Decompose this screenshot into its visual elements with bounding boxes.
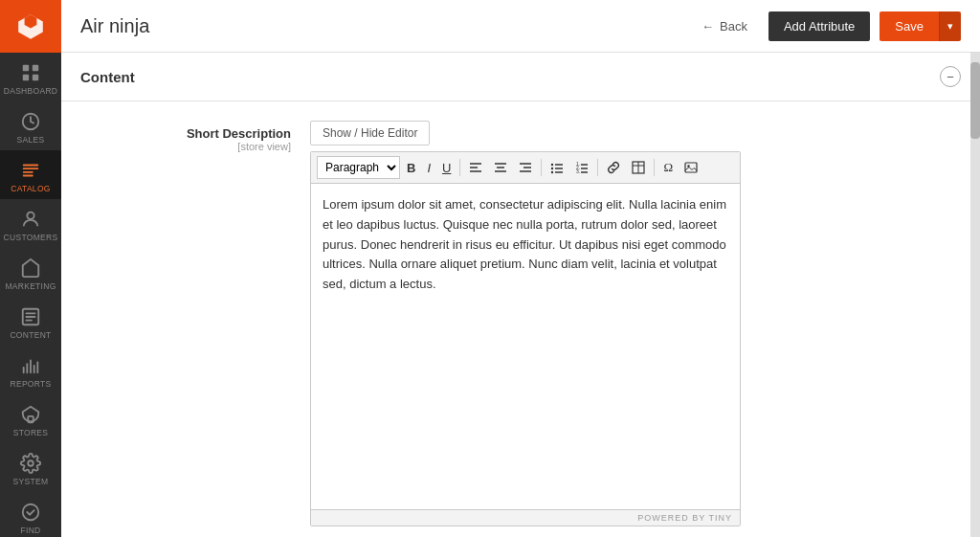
section-header: Content − xyxy=(61,53,980,101)
editor-toolbar: Paragraph B I U xyxy=(311,152,740,184)
sidebar-item-find-partners-label: FIND PARTNERS & EXTENSIONS xyxy=(3,526,58,537)
sidebar-item-customers[interactable]: CUSTOMERS xyxy=(0,199,61,248)
add-attribute-button[interactable]: Add Attribute xyxy=(768,11,870,41)
sidebar-item-dashboard-label: DASHBOARD xyxy=(4,86,58,96)
special-char-button[interactable]: Ω xyxy=(658,156,678,179)
sidebar-item-customers-label: CUSTOMERS xyxy=(4,233,58,242)
svg-point-9 xyxy=(23,504,39,521)
show-hide-editor-button[interactable]: Show / Hide Editor xyxy=(310,121,430,145)
scrollbar-thumb[interactable] xyxy=(970,62,980,139)
sidebar-item-sales[interactable]: SALES xyxy=(0,101,61,150)
sidebar-item-reports-label: REPORTS xyxy=(10,379,51,389)
field-label: Short Description xyxy=(138,126,291,141)
scrollbar-track[interactable] xyxy=(970,53,980,537)
field-sublabel: [store view] xyxy=(138,141,291,152)
sidebar-item-dashboard[interactable]: DASHBOARD xyxy=(0,53,61,101)
link-button[interactable] xyxy=(602,156,625,179)
sidebar-item-marketing[interactable]: MARKETING xyxy=(0,248,61,297)
sidebar-item-catalog[interactable]: CATALOG xyxy=(0,150,61,199)
svg-text:3.: 3. xyxy=(576,168,580,174)
sidebar: DASHBOARD SALES CATALOG CUSTOMERS MARKET… xyxy=(0,0,61,537)
align-right-button[interactable] xyxy=(514,156,537,179)
list-bullet-button[interactable] xyxy=(546,156,568,179)
toolbar-separator-2 xyxy=(541,159,542,176)
back-button[interactable]: ← Back xyxy=(690,13,759,39)
format-select[interactable]: Paragraph xyxy=(317,156,400,179)
page-title: Air ninja xyxy=(80,15,680,37)
save-button[interactable]: Save xyxy=(880,11,939,41)
content-area: Content − Short Description [store view]… xyxy=(61,53,980,537)
bold-button[interactable]: B xyxy=(402,156,420,179)
main-area: Air ninja ← Back Add Attribute Save ▾ Co… xyxy=(61,0,980,537)
list-number-button[interactable]: 1.2.3. xyxy=(570,156,593,179)
sidebar-item-catalog-label: CATALOG xyxy=(11,184,50,193)
toolbar-separator-1 xyxy=(459,159,460,176)
sidebar-item-content[interactable]: CONTENT xyxy=(0,297,61,346)
svg-point-19 xyxy=(551,164,553,166)
toolbar-separator-4 xyxy=(654,159,655,176)
short-description-field-row: Short Description [store view] Show / Hi… xyxy=(138,121,961,526)
table-button[interactable] xyxy=(627,156,650,179)
topbar: Air ninja ← Back Add Attribute Save ▾ xyxy=(61,0,980,53)
back-label: Back xyxy=(720,19,747,34)
svg-rect-0 xyxy=(23,65,29,71)
align-center-button[interactable] xyxy=(489,156,512,179)
sidebar-item-sales-label: SALES xyxy=(17,135,45,145)
section-title: Content xyxy=(80,69,135,85)
svg-rect-1 xyxy=(33,65,38,71)
sidebar-item-content-label: CONTENT xyxy=(10,330,51,340)
svg-point-8 xyxy=(28,460,33,466)
svg-point-5 xyxy=(27,213,33,219)
content-body: Short Description [store view] Show / Hi… xyxy=(61,101,980,537)
section-collapse-button[interactable]: − xyxy=(940,66,961,87)
app-logo[interactable] xyxy=(0,0,61,53)
editor-content[interactable]: Lorem ipsum dolor sit amet, consectetur … xyxy=(311,184,740,509)
field-input-col: Show / Hide Editor Paragraph B I U xyxy=(310,121,961,526)
collapse-icon: − xyxy=(947,70,954,84)
sidebar-item-stores[interactable]: STORES xyxy=(0,394,61,443)
sidebar-item-marketing-label: MARKETING xyxy=(5,281,56,291)
image-button[interactable] xyxy=(679,156,702,179)
underline-button[interactable]: U xyxy=(437,156,456,179)
svg-rect-2 xyxy=(23,75,29,80)
sidebar-item-reports[interactable]: REPORTS xyxy=(0,346,61,394)
save-button-group: Save ▾ xyxy=(880,11,961,41)
sidebar-item-stores-label: STORES xyxy=(13,428,49,437)
svg-point-23 xyxy=(551,171,553,173)
sidebar-item-system-label: SYSTEM xyxy=(13,477,49,486)
align-left-button[interactable] xyxy=(464,156,487,179)
svg-rect-34 xyxy=(685,163,697,172)
back-arrow-icon: ← xyxy=(702,19,714,34)
svg-point-21 xyxy=(551,168,553,169)
svg-rect-3 xyxy=(33,75,38,80)
editor-footer: POWERED BY TINY xyxy=(311,509,740,526)
toolbar-separator-3 xyxy=(597,159,598,176)
editor-wrapper: Paragraph B I U xyxy=(310,151,741,526)
field-label-col: Short Description [store view] xyxy=(138,121,291,152)
sidebar-item-find-partners[interactable]: FIND PARTNERS & EXTENSIONS xyxy=(0,492,61,537)
italic-button[interactable]: I xyxy=(422,156,435,179)
save-dropdown-button[interactable]: ▾ xyxy=(939,11,961,41)
sidebar-item-system[interactable]: SYSTEM xyxy=(0,443,61,492)
